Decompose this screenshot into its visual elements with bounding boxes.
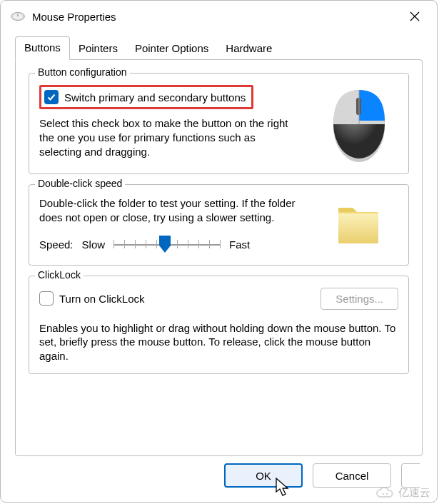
checkbox-switch-buttons[interactable] (44, 90, 59, 104)
svg-rect-11 (338, 213, 378, 243)
window-title: Mouse Properties (32, 11, 116, 23)
dialog-footer: OK Cancel (1, 463, 437, 488)
tab-pointers[interactable]: Pointers (70, 38, 126, 60)
close-button[interactable] (398, 5, 431, 28)
tab-panel-buttons: Button configuration Switch primary and … (15, 59, 423, 456)
checkbox-turn-on-clicklock[interactable] (39, 291, 54, 306)
label-switch-buttons: Switch primary and secondary buttons (64, 91, 246, 104)
group-label-button-config: Button configuration (35, 66, 130, 78)
mouse-image-icon (328, 85, 390, 163)
tab-buttons[interactable]: Buttons (15, 36, 70, 60)
mouse-preview (320, 85, 398, 163)
svg-point-13 (386, 493, 388, 495)
highlight-switch-buttons: Switch primary and secondary buttons (39, 85, 253, 109)
group-label-clicklock: ClickLock (35, 269, 84, 281)
folder-test-area[interactable] (320, 196, 398, 255)
cancel-button[interactable]: Cancel (313, 463, 391, 488)
label-speed: Speed: (39, 238, 74, 251)
mouse-icon (11, 9, 25, 24)
desc-double-click: Double-click the folder to test your set… (39, 196, 296, 225)
slider-double-click-speed[interactable] (113, 235, 221, 255)
svg-point-12 (383, 493, 385, 495)
tab-hardware[interactable]: Hardware (217, 38, 281, 60)
svg-rect-2 (17, 14, 18, 16)
slider-thumb[interactable] (158, 235, 171, 253)
label-fast: Fast (229, 238, 250, 251)
label-turn-on-clicklock: Turn on ClickLock (59, 293, 145, 305)
apply-button-partial[interactable] (401, 463, 420, 488)
cloud-icon (375, 487, 394, 500)
button-clicklock-settings: Settings... (321, 288, 398, 310)
group-label-double-click: Double-click speed (35, 178, 125, 189)
watermark-text: 亿速云 (398, 486, 430, 500)
tabs: Buttons Pointers Pointer Options Hardwar… (15, 36, 423, 60)
ok-button[interactable]: OK (224, 463, 303, 488)
tab-pointer-options[interactable]: Pointer Options (126, 38, 217, 60)
group-double-click-speed: Double-click speed Double-click the fold… (29, 184, 409, 266)
check-icon (46, 92, 56, 102)
watermark: 亿速云 (375, 486, 430, 500)
ok-button-label: OK (256, 470, 271, 482)
desc-switch-buttons: Select this check box to make the button… (39, 116, 289, 158)
tabs-container: Buttons Pointers Pointer Options Hardwar… (1, 32, 437, 456)
desc-clicklock: Enables you to highlight or drag without… (39, 321, 398, 363)
group-clicklock: ClickLock Turn on ClickLock Settings... … (29, 276, 409, 374)
group-button-configuration: Button configuration Switch primary and … (29, 73, 409, 174)
cursor-icon (276, 478, 291, 498)
cancel-button-label: Cancel (335, 470, 369, 482)
folder-icon (334, 203, 384, 248)
window-frame: Mouse Properties Buttons Pointers Pointe… (0, 0, 438, 503)
close-icon (410, 11, 420, 21)
titlebar: Mouse Properties (1, 1, 437, 32)
label-slow: Slow (82, 238, 106, 251)
